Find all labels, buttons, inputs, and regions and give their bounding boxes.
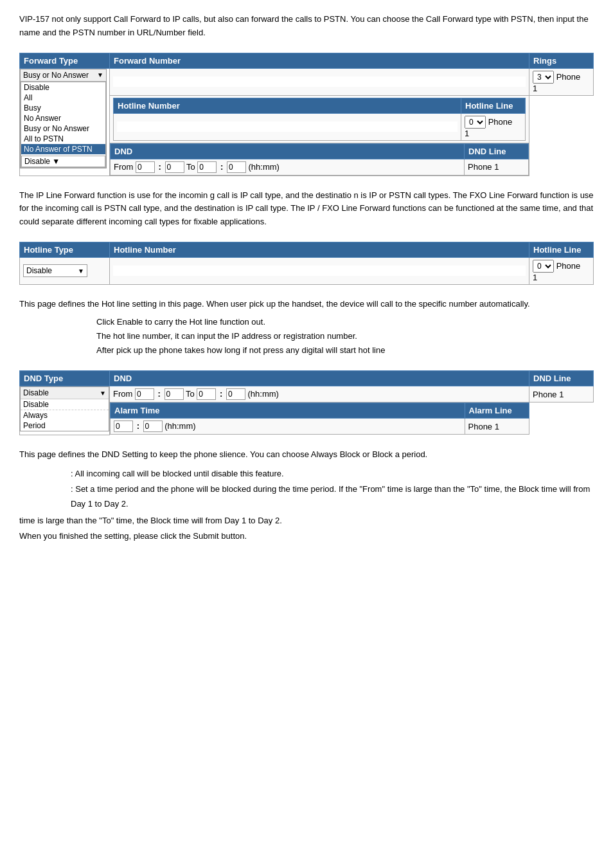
dnd-desc-block: This page defines the DND Setting to kee…	[19, 448, 594, 544]
hotline-number-input2[interactable]	[113, 266, 526, 276]
dnd-hhmm2: (hh:mm)	[248, 389, 279, 399]
dnd-type-arrow[interactable]: ▼	[100, 390, 106, 397]
hotline-number-header2: Hotline Number	[110, 242, 529, 257]
hotline-desc-line2: Click Enable to carry the Hot line funct…	[96, 315, 594, 329]
forward-option-allpstn[interactable]: All to PSTN	[21, 134, 105, 144]
dnd-from-m[interactable]	[165, 161, 184, 173]
dnd-to-h2[interactable]	[197, 388, 216, 400]
forward-number-input[interactable]	[113, 77, 526, 87]
dnd-option-always[interactable]: Always	[21, 410, 109, 420]
forward-option-noanswer-pstn[interactable]: No Answer of PSTN	[21, 144, 105, 154]
dnd-bullet2-cont: time is large than the "To" time, the Bl…	[19, 514, 594, 528]
hotline-line-unit: Phone	[556, 261, 581, 271]
forward-number-header: Forward Number	[110, 53, 529, 68]
hotline-line-header: Hotline Line	[461, 98, 526, 113]
dnd-section-table: DND Type DND DND Line Disable ▼ Disable …	[19, 370, 594, 435]
dnd-from-label: From	[114, 162, 136, 172]
dnd-from-label2: From	[113, 389, 135, 399]
forward-type-selected: Busy or No Answer	[23, 71, 89, 80]
dnd-line-header: DND Line	[465, 143, 529, 159]
dnd-from-h2[interactable]	[135, 388, 154, 400]
forward-option-all[interactable]: All	[21, 93, 105, 103]
hotline-number-header: Hotline Number	[114, 98, 461, 113]
forward-type-arrow[interactable]: ▼	[97, 71, 103, 78]
intro-forward: VIP-157 not only support Call Forward to…	[19, 13, 594, 40]
alarm-m[interactable]	[143, 420, 163, 432]
hotline-desc-block: This page defines the Hot line setting i…	[19, 298, 594, 357]
dnd-to-h[interactable]	[197, 161, 217, 173]
dnd-to-label2: To	[186, 389, 197, 399]
hotline-desc-line3: The hot line number, it can input the IP…	[96, 329, 594, 343]
dnd-type-header: DND Type	[20, 371, 110, 386]
dnd-col2-header: DND	[110, 371, 529, 386]
dnd-bullet2: : Set a time period and the phone will b…	[71, 482, 594, 512]
forward-option-busy-noanswer[interactable]: Busy or No Answer	[21, 123, 105, 134]
forward-option-disable2[interactable]: Disable ▼	[21, 156, 105, 167]
alarm-h[interactable]	[114, 420, 133, 432]
hotline-unit: Phone	[488, 117, 513, 127]
alarm-line-header: Alarm Line	[465, 403, 529, 419]
dnd-header: DND	[111, 143, 465, 159]
forward-table: Forward Type Forward Number Rings Busy o…	[19, 53, 594, 176]
hotline-type-arrow[interactable]: ▼	[78, 267, 84, 275]
forward-option-busy[interactable]: Busy	[21, 103, 105, 113]
forward-rings-num: 1	[533, 84, 537, 93]
dnd-type-selected: Disable	[23, 388, 49, 397]
dnd-line-value2: Phone 1	[529, 386, 594, 402]
hotline-number-input[interactable]	[117, 122, 458, 132]
forward-rings-select[interactable]: 31245	[533, 71, 554, 84]
dnd-bullet1: : All incoming call will be blocked unti…	[71, 466, 594, 481]
hotline-line-header2: Hotline Line	[529, 242, 594, 257]
dnd-colon1: :	[157, 162, 163, 172]
forward-option-noanswer[interactable]: No Answer	[21, 113, 105, 123]
alarm-hhmm: (hh:mm)	[164, 421, 195, 431]
dnd-closing: When you finished the setting, please cl…	[19, 530, 594, 543]
dnd-hhmm: (hh:mm)	[249, 162, 280, 172]
dnd-line-value: Phone 1	[465, 159, 529, 175]
dnd-colon2: :	[219, 162, 224, 172]
forward-type-header: Forward Type	[20, 53, 110, 68]
dnd-from-h[interactable]	[136, 161, 155, 173]
dnd-col3-header: DND Line	[529, 371, 594, 386]
dnd-from-m2[interactable]	[164, 388, 184, 400]
hotline-section-table: Hotline Type Hotline Number Hotline Line…	[19, 242, 594, 285]
alarm-colon: :	[136, 421, 141, 431]
forward-row-1: Busy or No Answer ▼ Disable All Busy No …	[20, 68, 594, 95]
hotline-type-header: Hotline Type	[20, 242, 110, 257]
hotline-line-select[interactable]: 01	[533, 260, 554, 273]
forward-option-disable[interactable]: Disable	[21, 82, 105, 93]
forward-rings-header: Rings	[529, 53, 594, 68]
hotline-num: 1	[465, 129, 469, 138]
dnd-main-row: Disable ▼ Disable Always Period From : T…	[20, 386, 594, 402]
alarm-time-header: Alarm Time	[111, 403, 465, 419]
dnd-colon3: :	[157, 389, 162, 399]
hotline-line-num: 1	[533, 273, 537, 282]
hotline-section-row: Disable ▼ 01 Phone 1	[20, 257, 594, 284]
hotline-desc-line4: After pick up the phone takes how long i…	[96, 343, 594, 357]
hotline-desc-line1: This page defines the Hot line setting i…	[19, 298, 594, 311]
dnd-desc-intro: This page defines the DND Setting to kee…	[19, 448, 594, 462]
dnd-to-m2[interactable]	[226, 388, 245, 400]
dnd-colon4: :	[218, 389, 224, 399]
dnd-to-label: To	[186, 162, 197, 172]
dnd-to-m[interactable]	[227, 161, 246, 173]
intro-ipforward: The IP Line Forward function is use for …	[19, 189, 594, 229]
hotline-rings-select[interactable]: 0123	[465, 116, 486, 129]
dnd-option-period[interactable]: Period	[21, 420, 109, 431]
alarm-line-value: Phone 1	[465, 419, 529, 435]
hotline-type-selected: Disable	[26, 266, 52, 275]
dnd-option-disable[interactable]: Disable	[21, 399, 109, 410]
forward-rings-unit: Phone	[556, 72, 581, 82]
